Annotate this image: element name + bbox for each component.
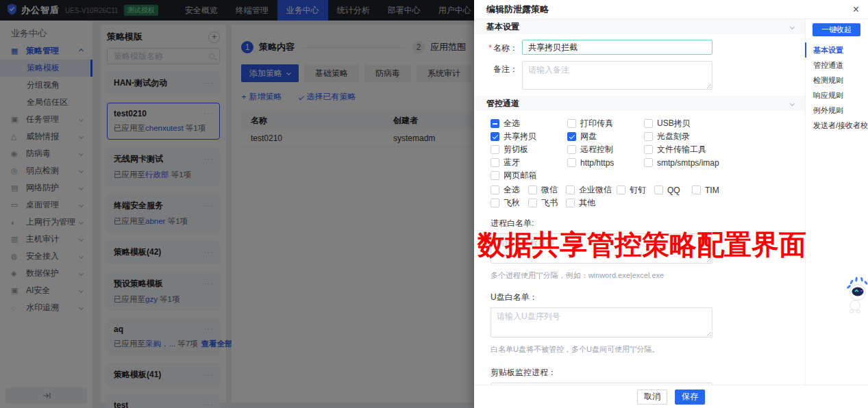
channel-checkbox-group: 全选 打印传真 USB拷贝 共享拷贝 网盘 光盘刻录 剪切板 远程控制 文件传输… (491, 117, 727, 182)
checkbox-cd-burn[interactable]: 光盘刻录 (644, 130, 721, 143)
cancel-button[interactable]: 取消 (637, 390, 667, 405)
anchor-basic-settings[interactable]: 基本设置 (805, 42, 868, 58)
chevron-down-icon (790, 101, 795, 105)
checkbox-box[interactable] (491, 145, 499, 154)
checkbox-box[interactable] (528, 199, 537, 207)
checkbox-box[interactable] (491, 132, 499, 141)
checkbox-remote-control[interactable]: 远程控制 (567, 143, 644, 156)
collapse-all-button[interactable]: 一键收起 (813, 23, 860, 36)
checkbox-box[interactable] (644, 145, 653, 154)
checkbox-box[interactable] (491, 119, 499, 128)
save-button[interactable]: 保存 (675, 390, 705, 405)
chevron-down-icon (790, 24, 795, 29)
checkbox-box[interactable] (491, 171, 499, 180)
assistant-robot-mascot[interactable] (845, 275, 868, 318)
checkbox-box[interactable] (617, 186, 625, 194)
checkbox-box[interactable] (567, 132, 576, 141)
usb-whitelist-hint: 白名单U盘将不被管控，多个U盘间可使用"|"分隔。 (491, 344, 805, 355)
checkbox-box[interactable] (567, 158, 576, 167)
checkbox-box[interactable] (528, 186, 537, 194)
checkbox-net-disk[interactable]: 网盘 (567, 130, 644, 143)
checkbox-feishu[interactable]: 飞书 (528, 196, 566, 209)
checkbox-im-select-all[interactable]: 全选 (491, 183, 528, 196)
checkbox-print-fax[interactable]: 打印传真 (567, 117, 644, 130)
checkbox-file-transfer-tool[interactable]: 文件传输工具 (644, 143, 721, 156)
anchor-detection-rules[interactable]: 检测规则 (805, 73, 868, 88)
checkbox-box[interactable] (654, 186, 663, 194)
checkbox-box[interactable] (644, 158, 653, 167)
checkbox-usb-copy[interactable]: USB拷贝 (644, 117, 721, 130)
checkbox-box[interactable] (644, 132, 653, 141)
checkbox-smtp[interactable]: smtp/smtps/imap (644, 156, 721, 169)
checkbox-feiq[interactable]: 飞秋 (491, 196, 528, 209)
section-control-channels[interactable]: 管控通道 (474, 96, 805, 111)
checkbox-clipboard[interactable]: 剪切板 (491, 143, 567, 156)
policy-name-input[interactable] (522, 40, 712, 55)
section-basic-settings[interactable]: 基本设置 (474, 19, 805, 34)
checkbox-wechat[interactable]: 微信 (528, 183, 566, 196)
checkbox-box[interactable] (491, 158, 499, 167)
checkbox-box[interactable] (567, 145, 576, 154)
checkbox-box[interactable] (491, 186, 499, 194)
checkbox-box[interactable] (692, 186, 701, 194)
checkbox-box[interactable] (491, 199, 499, 207)
checkbox-box[interactable] (566, 186, 575, 194)
checkbox-bluetooth[interactable]: 蓝牙 (491, 156, 567, 169)
checkbox-other[interactable]: 其他 (566, 196, 604, 209)
im-channel-checkbox-group: 全选 微信 企业微信 钉钉 QQ TIM 飞秋 飞书 其他 (491, 183, 732, 209)
anchor-sender-receiver-check[interactable]: 发送者/接收者校验 (805, 118, 868, 133)
checkbox-box[interactable] (567, 119, 576, 128)
app: 办公智盾 UES-V10R26C11 测试授权 安全概览 终端管理 业务中心 统… (0, 0, 868, 408)
checkbox-box[interactable] (566, 199, 575, 207)
checkbox-http-https[interactable]: http/https (567, 156, 644, 169)
checkbox-webmail[interactable]: 网页邮箱 (491, 169, 567, 182)
checkbox-share-copy[interactable]: 共享拷贝 (491, 130, 567, 143)
required-mark: * (488, 43, 492, 53)
checkbox-wecom[interactable]: 企业微信 (566, 183, 617, 196)
anchor-control-channels[interactable]: 管控通道 (805, 58, 868, 73)
checkbox-qq[interactable]: QQ (654, 183, 692, 196)
anchor-exception-rules[interactable]: 例外规则 (805, 103, 868, 118)
process-whitelist-hint: 多个进程使用"|"分隔，例如：winword.exe|excel.exe (491, 270, 805, 281)
checkbox-tim[interactable]: TIM (692, 183, 730, 196)
remark-field-label: 备注： (474, 61, 518, 90)
anchor-response-rules[interactable]: 响应规则 (805, 88, 868, 103)
remark-textarea[interactable] (522, 61, 712, 90)
checkbox-box[interactable] (644, 119, 653, 128)
red-watermark-text: 数据共享管控策略配置界面 (478, 226, 806, 264)
edit-dlp-policy-drawer: 编辑防泄露策略 × 基本设置 *名称： 备注： (474, 0, 868, 408)
checkbox-select-all[interactable]: 全选 (491, 117, 567, 130)
anchor-nav: 一键收起 基本设置 管控通道 检测规则 响应规则 例外规则 发送者/接收者校验 (805, 19, 868, 385)
usb-whitelist-textarea[interactable] (491, 307, 712, 337)
checkbox-dingtalk[interactable]: 钉钉 (617, 183, 654, 196)
clipboard-monitor-label: 剪贴板监控进程： (491, 367, 805, 379)
close-icon[interactable]: × (853, 3, 859, 16)
name-field-label: *名称： (474, 40, 518, 55)
usb-whitelist-label: U盘白名单： (491, 292, 805, 303)
drawer-title: 编辑防泄露策略 (486, 3, 549, 16)
